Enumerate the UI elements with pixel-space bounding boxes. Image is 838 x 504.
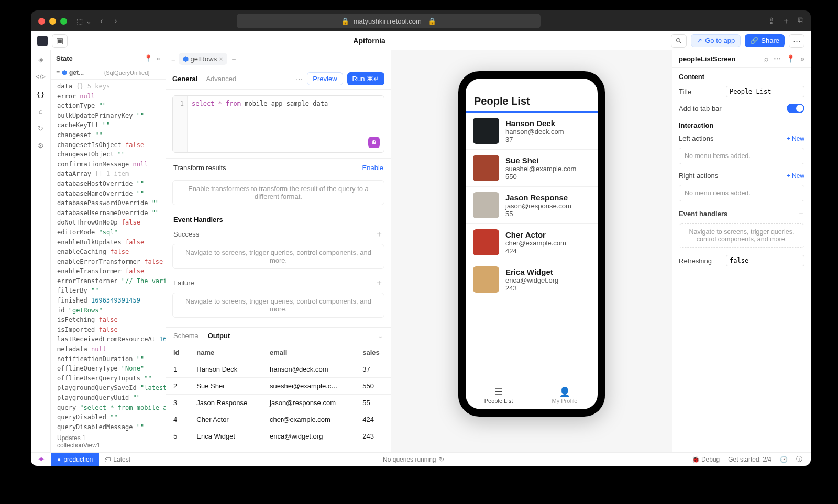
debug-button[interactable]: 🐞 Debug [692,456,720,463]
output-expand-icon[interactable]: ⌄ [378,332,383,340]
tab-advanced[interactable]: Advanced [206,75,236,83]
output-tab[interactable]: Output [208,332,230,340]
sidebar-toggle-icon[interactable]: ⬚ [76,17,83,25]
avatar [473,118,499,144]
output-table: idnameemailsales 1Hanson Deckhanson@deck… [166,344,391,444]
avatar [473,229,499,255]
list-item[interactable]: Sue Sheisueshei@example.com550 [466,150,598,187]
table-row[interactable]: 4Cher Actorcher@example.com424 [166,411,391,428]
zoom-window-button[interactable] [60,18,67,25]
avatar [473,266,499,293]
query-tab-getrows[interactable]: ⬢ getRows × [179,53,227,65]
tab-general[interactable]: General [172,75,197,83]
right-actions-new[interactable]: + New [787,172,804,180]
app-topbar: ▣ Apifornia ↗Go to app 🔗Share ⋯ [31,31,811,50]
release-icon[interactable]: ✦ [31,454,51,464]
inspector-more-icon[interactable]: ⋯ [774,54,781,63]
failure-hint: Navigate to screens, trigger queries, co… [172,293,384,318]
add-event-handler-icon[interactable]: ＋ [798,209,804,218]
state-breadcrumb[interactable]: ≡⬢ get... {SqlQueryUnified} ⛶ [51,66,166,80]
updates-count[interactable]: Updates 1 [57,434,159,442]
settings-icon[interactable]: ⚙ [38,142,44,150]
table-row[interactable]: 5Erica Widgeterica@widget.org243 [166,428,391,445]
app-title: Apifornia [68,37,671,45]
refresh-icon[interactable]: ↻ [439,456,444,463]
failure-label: Failure [173,279,194,287]
table-row[interactable]: 1Hanson Deckhanson@deck.com37 [166,361,391,378]
history-icon[interactable]: ↻ [38,125,43,132]
forward-button[interactable]: › [111,16,120,26]
more-icon[interactable]: ⋯ [789,34,804,48]
table-row[interactable]: 3Jason Responsejason@response.com55 [166,395,391,411]
success-label: Success [173,230,199,238]
state-icon[interactable]: { } [37,90,43,98]
selection-name: collectionView1 [57,442,159,449]
query-more-icon[interactable]: ⋯ [296,75,303,83]
enable-transform-link[interactable]: Enable [362,164,383,172]
phone-screen-title: People List [466,91,598,113]
state-tree[interactable]: data {} 5 keyserror nullactionType ""bul… [51,80,166,431]
inspector-search-icon[interactable]: ⌕ [764,54,768,63]
run-button[interactable]: Run ⌘↵ [347,72,384,85]
code-icon[interactable]: </> [36,73,46,81]
tabs-icon[interactable]: ⧉ [798,16,803,27]
latest-badge[interactable]: 🏷 Latest [99,456,136,463]
get-started-button[interactable]: Get started: 2/4 [728,456,771,463]
list-item[interactable]: Hanson Deckhanson@deck.com37 [466,113,598,150]
canvas[interactable]: People List Hanson Deckhanson@deck.com37… [391,50,672,452]
list-item[interactable]: Jason Responsejason@response.com55 [466,187,598,224]
inspector-event-handlers-label: Event handlers [679,210,727,218]
chevron-down-icon[interactable]: ⌄ [86,17,92,25]
schema-tab[interactable]: Schema [173,332,199,340]
inspector-component-name[interactable]: peopleListScreen [679,55,735,63]
search-icon[interactable] [671,34,687,48]
minimize-window-button[interactable] [49,18,56,25]
inspector-eh-hint: Navigate to screens, trigger queries, co… [679,223,804,248]
refreshing-label: Refreshing [679,257,712,265]
success-hint: Navigate to screens, trigger queries, co… [172,244,384,269]
inspector-section-content: Content [672,68,811,83]
url-bar[interactable]: 🔒 matyushkin.retool.com 🔒 [237,14,541,28]
collapse-icon[interactable]: « [157,54,160,62]
clock-icon[interactable]: 🕑 [780,456,788,463]
ai-assist-icon[interactable]: ☻ [368,137,380,148]
add-to-tab-bar-toggle[interactable] [787,104,804,113]
env-badge[interactable]: ● production [51,453,99,466]
panel-toggle-icon[interactable]: ▣ [52,34,68,48]
queries-status: No queries running [383,456,436,463]
search-rail-icon[interactable]: ⌕ [39,107,43,115]
add-success-handler-icon[interactable]: ＋ [375,229,383,240]
add-to-tab-bar-label: Add to tab bar [679,105,722,113]
close-tab-icon[interactable]: × [219,55,223,63]
list-item[interactable]: Erica Widgeterica@widget.org243 [466,261,598,298]
share-button[interactable]: 🔗Share [745,34,785,47]
refreshing-input[interactable] [726,255,804,266]
title-input[interactable] [726,86,804,97]
phone-frame: People List Hanson Deckhanson@deck.com37… [458,71,605,417]
retool-logo[interactable] [37,36,48,46]
new-tab-icon[interactable]: ＋ [782,16,790,27]
left-actions-label: Left actions [679,135,714,142]
new-query-tab-icon[interactable]: ＋ [230,54,237,64]
back-button[interactable]: ‹ [97,16,106,26]
share-icon[interactable]: ⇪ [768,16,775,27]
left-actions-new[interactable]: + New [787,135,804,142]
inspector-collapse-icon[interactable]: » [800,54,804,63]
pin-icon[interactable]: 📍 [144,54,152,62]
preview-button[interactable]: Preview [307,72,343,85]
status-bar: ✦ ● production 🏷 Latest No queries runni… [31,452,811,466]
phone-tab-profile[interactable]: 👤My Profile [532,380,598,409]
table-row[interactable]: 2Sue Sheisueshei@example.c…550 [166,378,391,395]
left-actions-empty: No menu items added. [679,148,804,164]
add-failure-handler-icon[interactable]: ＋ [375,277,383,288]
close-window-button[interactable] [38,18,45,25]
go-to-app-button[interactable]: ↗Go to app [691,34,741,47]
sql-editor[interactable]: 1 select * from mobile_app_sample_data ☻ [172,95,384,153]
help-icon[interactable]: ⓘ [796,455,802,464]
inspector-section-interaction: Interaction [672,116,811,131]
inspector-unpin-icon[interactable]: 📍 [786,54,795,63]
avatar [473,192,499,218]
list-item[interactable]: Cher Actorcher@example.com424 [466,224,598,261]
phone-tab-people[interactable]: ☰People List [466,380,532,409]
layers-icon[interactable]: ◈ [38,55,43,63]
